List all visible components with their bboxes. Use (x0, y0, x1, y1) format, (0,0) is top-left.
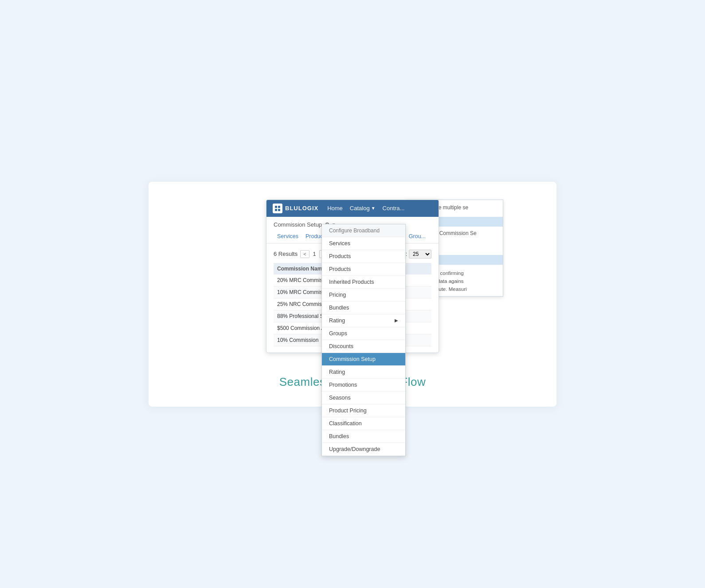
dropdown-item-upgrade-downgrade[interactable]: Upgrade/Downgrade (322, 443, 405, 456)
submenu-arrow-icon: ▶ (395, 318, 398, 323)
dropdown-item-products-1[interactable]: Products (322, 250, 405, 263)
svg-rect-1 (278, 206, 280, 208)
logo-text: BLULOGIX (285, 205, 318, 212)
nav-bar: BLULOGIX Home Catalog ▼ Contra... (266, 200, 439, 217)
nav-catalog[interactable]: Catalog ▼ (350, 205, 376, 212)
dropdown-item-groups[interactable]: Groups (322, 327, 405, 340)
dropdown-item-bundles-2[interactable]: Bundles (322, 430, 405, 443)
dropdown-item-inherited-products[interactable]: Inherited Products (322, 276, 405, 289)
dropdown-item-services[interactable]: Services (322, 237, 405, 250)
svg-rect-0 (275, 206, 277, 208)
dropdown-section-header: Configure Broadband (322, 224, 405, 237)
tab-services[interactable]: Services (274, 231, 302, 243)
dropdown-item-seasons[interactable]: Seasons (322, 392, 405, 404)
catalog-arrow: ▼ (371, 206, 376, 211)
dropdown-item-pricing[interactable]: Pricing (322, 289, 405, 302)
page-size-select[interactable]: 25 50 100 (409, 250, 431, 259)
results-info: 6 Results < 1 > (274, 250, 329, 258)
dropdown-item-commission-setup[interactable]: Commission Setup (322, 353, 405, 366)
dropdown-item-rating[interactable]: Rating ▶ (322, 314, 405, 327)
tab-groups[interactable]: Grou... (405, 231, 429, 243)
results-count: 6 Results (274, 251, 298, 257)
logo-area: BLULOGIX (273, 204, 318, 213)
dropdown-menu: Configure Broadband Services Products Pr… (321, 224, 406, 456)
nav-home[interactable]: Home (327, 205, 343, 212)
svg-rect-3 (278, 209, 280, 211)
prev-page-button[interactable]: < (300, 250, 309, 258)
dropdown-item-discounts[interactable]: Discounts (322, 340, 405, 353)
screenshots-row: BLULOGIX Home Catalog ▼ Contra... Comm (171, 200, 534, 353)
dropdown-item-products-2[interactable]: Products (322, 263, 405, 276)
dropdown-item-promotions[interactable]: Promotions (322, 379, 405, 392)
svg-rect-2 (275, 209, 277, 211)
nav-links: Home Catalog ▼ Contra... (327, 205, 404, 212)
page-wrapper: BLULOGIX Home Catalog ▼ Contra... Comm (0, 0, 705, 588)
dropdown-item-classification[interactable]: Classification (322, 417, 405, 430)
nav-contracts[interactable]: Contra... (383, 205, 405, 212)
logo-icon (273, 204, 282, 213)
dropdown-item-bundles[interactable]: Bundles (322, 302, 405, 314)
current-page: 1 (311, 251, 318, 257)
dropdown-item-rating-2[interactable]: Rating (322, 366, 405, 379)
outer-wrapper: BLULOGIX Home Catalog ▼ Contra... Comm (149, 182, 556, 407)
commission-title: Commission Setup (274, 221, 322, 228)
dropdown-item-product-pricing[interactable]: Product Pricing (322, 404, 405, 417)
